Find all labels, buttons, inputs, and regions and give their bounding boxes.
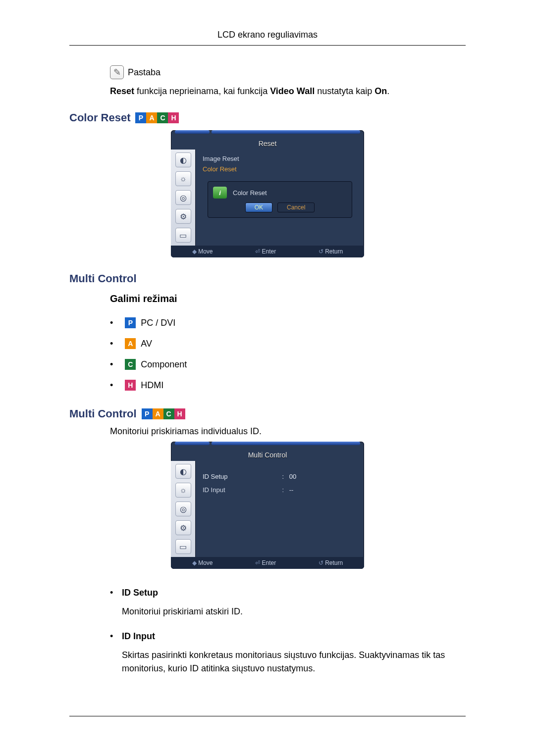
section-multi-control-head: Multi Control: [69, 272, 466, 285]
id-input-desc: Skirtas pasirinkti konkretaus monitoriau…: [122, 649, 466, 675]
badge-p-icon: P: [142, 408, 153, 419]
id-setup-desc: Monitoriui priskiriami atskiri ID.: [122, 605, 466, 618]
ok-button[interactable]: OK: [245, 202, 272, 212]
mode-label: AV: [141, 339, 152, 349]
osd-multi-title: Multi Control: [171, 448, 364, 461]
mode-label: PC / DVI: [141, 318, 175, 328]
list-item: •ID Input Skirtas pasirinkti konkretaus …: [110, 627, 466, 684]
info-icon: i: [213, 187, 227, 199]
id-definitions-list: •ID Setup Monitoriui priskiriami atskiri…: [110, 584, 466, 684]
osd-side-icon: ◐: [175, 152, 191, 167]
badge-p-icon: P: [135, 112, 146, 123]
mode-item: P PC / DVI: [110, 312, 466, 333]
badge-p-icon: P: [125, 317, 136, 328]
id-input-title: ID Input: [122, 631, 155, 641]
osd-row-value: 00: [289, 473, 357, 480]
osd-footer-return: Return: [325, 559, 343, 566]
note-span-3: .: [387, 86, 389, 96]
badges-color-reset: P A C H: [135, 112, 179, 123]
mode-item: H HDMI: [110, 375, 466, 396]
osd-side-icon: ◐: [175, 464, 191, 479]
badge-a-icon: A: [146, 112, 157, 123]
osd-footer: ◆ Move ⏎ Enter ↺ Return: [171, 246, 364, 257]
osd-side-icons: ◐ ☼ ◎ ⚙ ▭: [171, 150, 196, 246]
note-bold-videowall: Video Wall: [270, 86, 315, 96]
osd-footer: ◆ Move ⏎ Enter ↺ Return: [171, 557, 364, 569]
note-bold-reset: Reset: [110, 86, 134, 96]
osd-footer-move: Move: [198, 248, 213, 255]
footer-rule: [69, 716, 466, 716]
osd-row-sep: :: [277, 486, 289, 494]
osd-footer-move: Move: [198, 559, 213, 566]
section-multi-control-pach: Multi Control P A C H: [69, 407, 466, 420]
osd-side-icon: ☼: [175, 483, 191, 498]
mode-label: HDMI: [141, 380, 163, 391]
note-bold-on: On: [374, 86, 387, 96]
osd-dialog: i Color Reset OK Cancel: [208, 181, 352, 218]
badge-h-icon: H: [168, 112, 179, 123]
osd-side-icon: ▭: [175, 539, 191, 554]
list-item: •ID Setup Monitoriui priskiriami atskiri…: [110, 584, 466, 627]
note-label: Pastaba: [128, 67, 160, 78]
osd-multi-panel: Multi Control ◐ ☼ ◎ ⚙ ▭ ID Setup : 00 ID…: [171, 442, 364, 569]
mode-label: Component: [141, 359, 187, 370]
badge-h-icon: H: [125, 380, 136, 391]
osd-reset-title: Reset: [171, 137, 364, 150]
id-setup-title: ID Setup: [122, 588, 158, 598]
osd-row[interactable]: ID Input : --: [203, 483, 357, 497]
osd-footer-enter: Enter: [262, 248, 276, 255]
osd-footer-enter: Enter: [262, 559, 276, 566]
osd-side-icon: ⚙: [175, 209, 191, 224]
osd-side-icon: ▭: [175, 228, 191, 243]
osd-menu-item[interactable]: Image Reset: [203, 153, 357, 164]
note-span-2: nustatyta kaip: [315, 86, 374, 96]
osd-row-sep: :: [277, 473, 289, 480]
badge-c-icon: C: [157, 112, 168, 123]
osd-row-selected[interactable]: ID Setup : 00: [203, 470, 357, 483]
subhead-modes: Galimi režimai: [110, 293, 466, 304]
osd-row-label: ID Setup: [203, 473, 277, 480]
osd-side-icon: ⚙: [175, 520, 191, 535]
osd-menu-item-selected[interactable]: Color Reset: [203, 164, 357, 174]
osd-row-label: ID Input: [203, 486, 277, 494]
osd-side-icons: ◐ ☼ ◎ ⚙ ▭: [171, 461, 196, 557]
cancel-button[interactable]: Cancel: [277, 202, 315, 212]
page-header: LCD ekrano reguliavimas: [69, 30, 466, 46]
badge-h-icon: H: [174, 408, 185, 419]
osd-side-icon: ☼: [175, 171, 191, 186]
badge-a-icon: A: [125, 338, 136, 349]
section-title-multi-control: Multi Control: [69, 272, 137, 285]
multi-control-intro: Monitoriui priskiriamas individualus ID.: [110, 426, 466, 437]
mode-item: C Component: [110, 354, 466, 375]
section-color-reset: Color Reset P A C H: [69, 111, 466, 124]
osd-dialog-title: Color Reset: [233, 189, 267, 197]
osd-reset-panel: Reset ◐ ☼ ◎ ⚙ ▭ Image Reset Color Reset …: [171, 130, 364, 257]
osd-side-icon: ◎: [175, 190, 191, 205]
badge-c-icon: C: [125, 359, 136, 370]
osd-side-icon: ◎: [175, 502, 191, 516]
badge-a-icon: A: [153, 408, 163, 419]
note-icon: ✎: [110, 65, 124, 79]
note-span-1: funkcija neprieinama, kai funkcija: [134, 86, 270, 96]
badge-c-icon: C: [163, 408, 174, 419]
mode-item: A AV: [110, 333, 466, 354]
osd-footer-return: Return: [325, 248, 343, 255]
osd-row-value: --: [289, 486, 357, 494]
badges-multi-control: P A C H: [142, 408, 185, 419]
section-title-color-reset: Color Reset: [69, 111, 130, 124]
modes-list: P PC / DVI A AV C Component H HDMI: [110, 312, 466, 396]
section-title-multi-control-2: Multi Control: [69, 407, 137, 420]
note-text: Reset funkcija neprieinama, kai funkcija…: [110, 86, 466, 97]
